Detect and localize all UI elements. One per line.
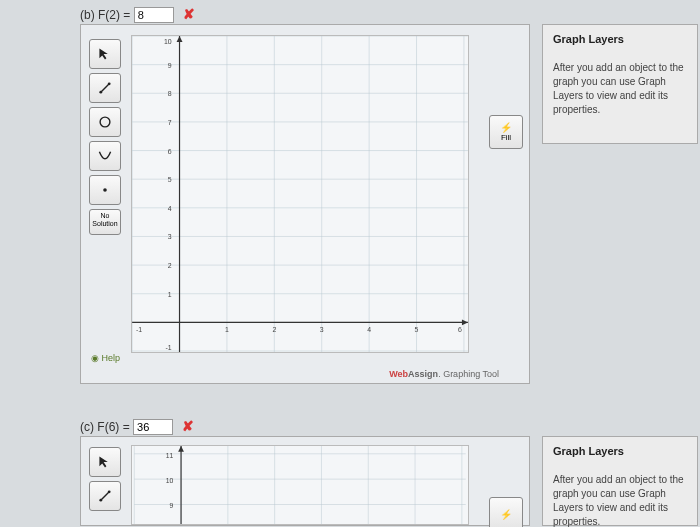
func-c: F(6) =	[97, 420, 129, 434]
svg-text:4: 4	[367, 326, 371, 333]
credit-suffix: . Graphing Tool	[438, 369, 499, 379]
layers-panel-b: Graph Layers After you add an object to …	[542, 24, 698, 144]
svg-text:5: 5	[168, 176, 172, 183]
toolbar-c	[89, 447, 123, 511]
part-c: (c)	[80, 420, 94, 434]
grid-c[interactable]: 11 10 9	[131, 445, 469, 525]
svg-text:3: 3	[320, 326, 324, 333]
layers-panel-c: Graph Layers After you add an object to …	[542, 436, 698, 526]
graph-b-container: No Solution ◉ Help	[80, 24, 530, 384]
part-b: (b)	[80, 8, 95, 22]
incorrect-c-icon: ✘	[182, 418, 194, 434]
parabola-tool-icon[interactable]	[89, 141, 121, 171]
pointer-tool-c-icon[interactable]	[89, 447, 121, 477]
svg-text:6: 6	[458, 326, 462, 333]
credit-brand: WebAssign	[389, 369, 438, 379]
svg-text:5: 5	[415, 326, 419, 333]
help-label: Help	[102, 353, 121, 363]
svg-point-49	[108, 490, 111, 493]
vgrid	[132, 36, 464, 352]
grid-b-svg: 1 2 3 4 5 6 7 8 9 10 -1 1 2 3 4 5 6 -1	[132, 36, 468, 352]
layers-title-b: Graph Layers	[553, 33, 687, 45]
svg-point-48	[99, 499, 102, 502]
svg-marker-28	[462, 319, 468, 325]
svg-text:6: 6	[168, 148, 172, 155]
svg-text:-1: -1	[165, 344, 171, 351]
svg-text:1: 1	[225, 326, 229, 333]
svg-text:2: 2	[272, 326, 276, 333]
func-b: F(2) =	[98, 8, 130, 22]
svg-text:9: 9	[169, 502, 173, 509]
svg-text:2: 2	[168, 262, 172, 269]
svg-line-0	[101, 84, 109, 92]
svg-line-47	[101, 492, 109, 500]
graph-c-container: 11 10 9 ⚡	[80, 436, 530, 526]
svg-text:11: 11	[166, 452, 174, 459]
svg-point-4	[103, 188, 107, 192]
svg-point-1	[99, 91, 102, 94]
svg-point-3	[100, 117, 110, 127]
grid-b[interactable]: 1 2 3 4 5 6 7 8 9 10 -1 1 2 3 4 5 6 -1	[131, 35, 469, 353]
problem-c-label: (c) F(6) = ✘	[80, 418, 194, 435]
toolbar-b: No Solution	[89, 39, 123, 235]
svg-text:7: 7	[168, 119, 172, 126]
lightning-c-icon: ⚡	[500, 509, 512, 520]
layers-text-b: After you add an object to the graph you…	[553, 61, 687, 117]
hgrid	[132, 36, 468, 351]
fill-label: Fill	[501, 133, 511, 142]
point-tool-icon[interactable]	[89, 175, 121, 205]
svg-text:3: 3	[168, 233, 172, 240]
no-solution-button[interactable]: No Solution	[89, 209, 121, 235]
help-link[interactable]: ◉ Help	[91, 353, 120, 363]
line-tool-c-icon[interactable]	[89, 481, 121, 511]
svg-marker-26	[177, 36, 183, 42]
svg-text:10: 10	[166, 477, 174, 484]
svg-text:4: 4	[168, 205, 172, 212]
svg-marker-62	[178, 446, 184, 452]
circle-tool-icon[interactable]	[89, 107, 121, 137]
svg-text:9: 9	[168, 62, 172, 69]
no-solution-label: No Solution	[92, 212, 117, 227]
layers-text-c: After you add an object to the graph you…	[553, 473, 687, 527]
svg-text:-1: -1	[136, 326, 142, 333]
fill-button-c[interactable]: ⚡	[489, 497, 523, 527]
credit-b: WebAssign. Graphing Tool	[389, 369, 499, 379]
lightning-icon: ⚡	[500, 122, 512, 133]
fill-button[interactable]: ⚡ Fill	[489, 115, 523, 149]
answer-c-input[interactable]	[133, 419, 173, 435]
incorrect-b-icon: ✘	[183, 6, 195, 22]
svg-text:1: 1	[168, 291, 172, 298]
svg-point-2	[108, 82, 111, 85]
answer-b-input[interactable]	[134, 7, 174, 23]
grid-c-svg: 11 10 9	[132, 446, 468, 524]
layers-title-c: Graph Layers	[553, 445, 687, 457]
svg-text:10: 10	[164, 38, 172, 45]
pointer-tool-icon[interactable]	[89, 39, 121, 69]
problem-b-label: (b) F(2) = ✘	[80, 6, 195, 23]
line-tool-icon[interactable]	[89, 73, 121, 103]
svg-text:8: 8	[168, 90, 172, 97]
